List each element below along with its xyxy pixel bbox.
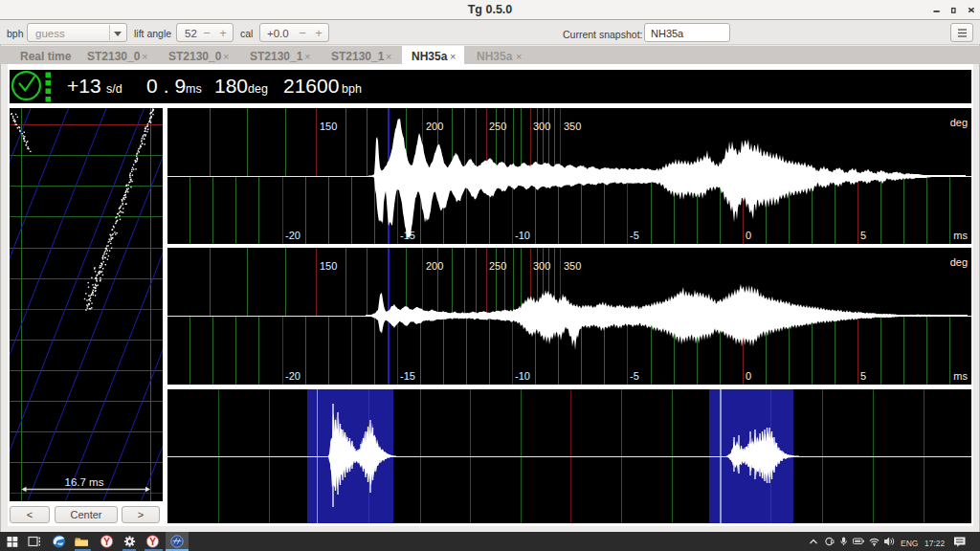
svg-text:5: 5 — [860, 230, 866, 241]
svg-text:350: 350 — [564, 260, 581, 272]
svg-text:350: 350 — [564, 121, 581, 132]
svg-text:Y: Y — [103, 537, 110, 547]
svg-text:300: 300 — [533, 121, 550, 132]
svg-text:250: 250 — [489, 260, 506, 272]
svg-text:5: 5 — [860, 370, 866, 382]
svg-text:16.7 ms: 16.7 ms — [65, 476, 104, 488]
svg-text:+13: +13 — [67, 75, 101, 97]
svg-text:-5: -5 — [630, 370, 639, 382]
svg-text:0 . 9: 0 . 9 — [146, 75, 186, 97]
svg-text:ms: ms — [953, 370, 968, 382]
svg-text:-5: -5 — [630, 230, 639, 241]
svg-text:-20: -20 — [285, 370, 301, 382]
svg-text:150: 150 — [320, 260, 337, 272]
svg-text:ms: ms — [186, 82, 202, 96]
svg-text:300: 300 — [533, 260, 550, 272]
svg-text:Y: Y — [149, 537, 156, 547]
svg-text:200: 200 — [426, 260, 443, 272]
svg-text:200: 200 — [426, 121, 443, 132]
svg-text:0: 0 — [746, 230, 751, 241]
svg-text:-10: -10 — [515, 230, 530, 241]
svg-text:21600: 21600 — [283, 75, 339, 97]
svg-text:150: 150 — [320, 121, 337, 132]
svg-text:180: 180 — [214, 75, 248, 97]
svg-text:0: 0 — [746, 370, 751, 382]
svg-text:deg: deg — [950, 256, 968, 268]
svg-text:-10: -10 — [515, 370, 530, 382]
svg-text:deg: deg — [950, 117, 968, 128]
svg-text:s/d: s/d — [106, 82, 122, 96]
svg-text:ms: ms — [953, 230, 968, 241]
svg-text:-20: -20 — [285, 230, 301, 241]
svg-text:250: 250 — [489, 121, 506, 132]
svg-text:deg: deg — [248, 82, 268, 96]
svg-text:bph: bph — [342, 82, 362, 96]
svg-text:-15: -15 — [400, 370, 415, 382]
